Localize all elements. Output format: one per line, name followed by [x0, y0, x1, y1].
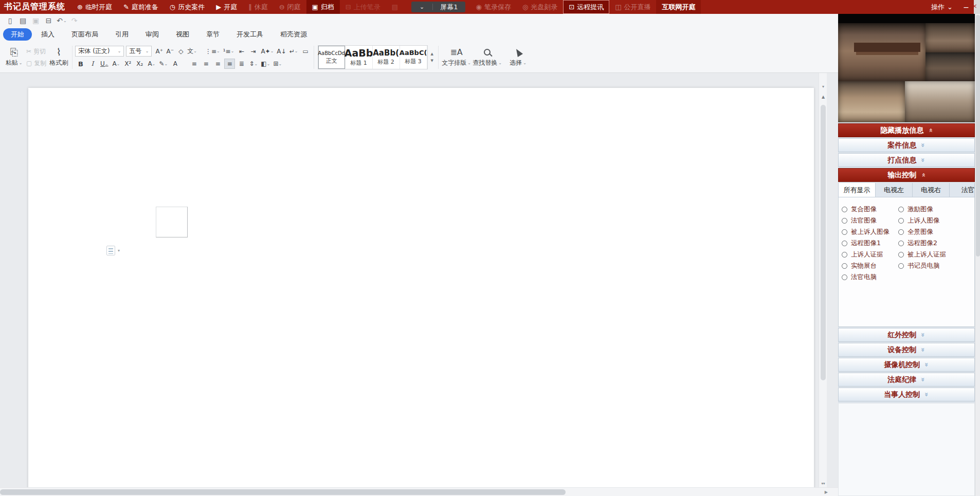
align-center-button[interactable]: ≡	[201, 59, 211, 69]
menu-history-cases[interactable]: ◷ 历史案件	[164, 0, 210, 14]
section-hide-playback-info[interactable]: 隐藏播放信息 »	[838, 123, 975, 137]
menu-temp-open-court[interactable]: ⊕ 临时开庭	[71, 0, 118, 14]
menu-internet-court[interactable]: 互联网开庭	[656, 0, 701, 14]
tab-devtools[interactable]: 开发工具	[229, 28, 271, 41]
decrease-font-button[interactable]: A⁻	[165, 46, 175, 57]
distribute-button[interactable]: ≣	[236, 59, 247, 69]
style-heading3[interactable]: AaBbC( 标题 3	[400, 46, 427, 69]
section-infrared-control[interactable]: 红外控制 »	[838, 328, 975, 342]
line-spacing-button[interactable]: ⇕ ⌄	[248, 59, 259, 69]
screen-selector[interactable]: ⌄ 屏幕1	[411, 2, 465, 12]
output-source-radio[interactable]: 全景图像	[898, 226, 946, 237]
tab-view[interactable]: 视图	[168, 28, 197, 41]
menu-disc-burn[interactable]: ◎ 光盘刻录	[517, 0, 563, 14]
align-left-button[interactable]: ≡	[189, 59, 199, 69]
phonetic-guide-button[interactable]: 文 ⌄	[186, 46, 198, 57]
outdent-button[interactable]: ⇤	[236, 46, 247, 57]
spinner-up-icon[interactable]: ▲	[430, 52, 433, 56]
panel-scroll-thumb[interactable]	[976, 15, 980, 256]
output-tab-all-displays[interactable]: 所有显示	[839, 183, 876, 197]
courtroom-feed-bottom-right[interactable]	[905, 81, 975, 122]
menu-remote-interrogation[interactable]: ⊡ 远程提讯	[563, 0, 609, 14]
sort-button[interactable]: A↓	[276, 46, 287, 57]
print-button[interactable]: ⊟	[43, 16, 55, 25]
chevron-down-icon[interactable]: ⌄	[411, 4, 433, 10]
clear-format-button[interactable]: ◇	[175, 46, 186, 57]
cut-button[interactable]: ✂ 剪切	[26, 47, 46, 56]
minimize-button[interactable]: −	[958, 3, 974, 11]
output-source-radio[interactable]: 被上诉人图像	[842, 226, 890, 237]
format-painter-button[interactable]: ⌇ 格式刷	[48, 47, 69, 67]
paste-button[interactable]: ⎘ 粘贴⌄	[3, 47, 25, 67]
actions-menu[interactable]: 操作 ⌄	[925, 0, 958, 14]
radio-circle-icon[interactable]	[842, 207, 847, 212]
menu-open-court[interactable]: ▶ 开庭	[210, 0, 243, 14]
radio-circle-icon[interactable]	[898, 229, 904, 235]
bullet-list-button[interactable]: ⋮≡ ⌄	[204, 46, 221, 57]
radio-circle-icon[interactable]	[842, 229, 847, 235]
menu-public-live[interactable]: ◫ 公开直播	[609, 0, 656, 14]
scroll-right-icon[interactable]: ▶	[825, 490, 828, 494]
output-tab-tv-left[interactable]: 电视左	[876, 183, 913, 197]
ruler-toggle-icon[interactable]: ▾	[820, 84, 826, 89]
undo-button[interactable]: ↶ ⌄	[56, 16, 67, 25]
output-source-radio[interactable]: 实物展台	[842, 260, 890, 271]
output-source-radio[interactable]: 书记员电脑	[898, 260, 946, 271]
style-heading2[interactable]: AaBb( 标题 2	[373, 46, 400, 69]
find-replace-button[interactable]: 查找替换⌄	[472, 47, 503, 67]
menu-record-save[interactable]: ◉ 笔录保存	[470, 0, 517, 14]
menu-pretrial-prep[interactable]: ✎ 庭前准备	[118, 0, 164, 14]
bold-button[interactable]: B	[75, 59, 86, 69]
output-source-radio[interactable]: 法官电脑	[842, 271, 890, 283]
section-camera-control[interactable]: 摄像机控制 »	[838, 358, 975, 372]
open-file-button[interactable]: ▤	[17, 16, 29, 25]
courtroom-feed-right-top[interactable]	[925, 23, 975, 52]
align-justify-button[interactable]: ≡	[224, 59, 235, 69]
save-button[interactable]: ▣	[30, 16, 42, 25]
tab-layout[interactable]: 页面布局	[64, 28, 106, 41]
output-source-radio[interactable]: 远程图像2	[898, 237, 946, 249]
radio-circle-icon[interactable]	[842, 263, 847, 269]
radio-circle-icon[interactable]	[842, 252, 847, 258]
scroll-up-icon[interactable]: ▲	[820, 95, 826, 99]
copy-button[interactable]: ▢ 复制	[26, 59, 46, 68]
close-button[interactable]: ×	[974, 0, 980, 14]
output-source-radio[interactable]: 法官图像	[842, 215, 890, 226]
borders-button[interactable]: ⊞ ⌄	[272, 59, 283, 69]
menu-archive[interactable]: ▣ 归档	[306, 0, 340, 14]
wrap-button[interactable]: ↵ ⌄	[288, 46, 299, 57]
new-doc-button[interactable]: ▯	[5, 16, 16, 25]
radio-circle-icon[interactable]	[842, 218, 847, 224]
highlight-button[interactable]: ✎ ⌄	[158, 59, 169, 69]
section-case-info[interactable]: 案件信息 »	[838, 138, 975, 152]
section-court-discipline[interactable]: 法庭纪律 »	[838, 373, 975, 387]
indent-button[interactable]: ⇥	[248, 46, 259, 57]
tab-section[interactable]: 章节	[198, 28, 227, 41]
spinner-down-icon[interactable]: ▼	[430, 59, 433, 63]
menu-upload-record[interactable]: ⊟ 上传笔录	[340, 0, 386, 14]
section-marker-info[interactable]: 打点信息 »	[838, 153, 975, 167]
vertical-scrollbar[interactable]: ▾ ▲ ▾▾	[819, 73, 827, 487]
tab-home[interactable]: 开始	[3, 28, 32, 41]
output-source-radio[interactable]: 上诉人证据	[842, 249, 890, 260]
menu-close-court[interactable]: ⊖ 闭庭	[274, 0, 306, 14]
strike-button[interactable]: A ⌄	[111, 59, 121, 69]
output-tab-tv-right[interactable]: 电视右	[913, 183, 950, 197]
courtroom-main-feed[interactable]	[838, 23, 925, 81]
courtroom-feed-right-middle[interactable]	[925, 52, 975, 81]
text-effect-button[interactable]: A✦ ⌄	[260, 46, 275, 57]
tab-review[interactable]: 审阅	[138, 28, 167, 41]
radio-circle-icon[interactable]	[898, 241, 904, 246]
tab-resources[interactable]: 稻壳资源	[273, 28, 315, 41]
increase-font-button[interactable]: A⁺	[154, 46, 165, 57]
chevron-down-icon[interactable]: ▾	[118, 248, 120, 253]
panel-scrollbar[interactable]	[975, 14, 980, 496]
output-source-radio[interactable]: 被上诉人证据	[898, 249, 946, 260]
camera-composite-view[interactable]	[838, 14, 975, 122]
courtroom-feed-bottom-left[interactable]	[838, 81, 905, 122]
section-litigant-control[interactable]: 当事人控制 »	[838, 388, 975, 401]
styles-gallery-spinner[interactable]: ▲ ▼	[429, 43, 435, 71]
radio-circle-icon[interactable]	[898, 207, 904, 212]
output-source-radio[interactable]: 远程图像1	[842, 237, 890, 249]
vertical-scroll-thumb[interactable]	[821, 105, 826, 380]
